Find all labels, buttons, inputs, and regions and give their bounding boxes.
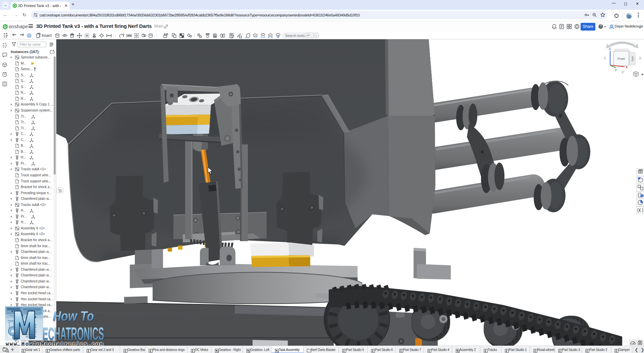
svg-text:Front: Front xyxy=(618,57,625,60)
svg-text:X: X xyxy=(626,65,628,69)
svg-text:Right: Right xyxy=(631,56,634,61)
svg-text:?: ? xyxy=(600,25,602,28)
svg-text:Z: Z xyxy=(609,47,611,51)
svg-text:Y: Y xyxy=(615,69,617,72)
